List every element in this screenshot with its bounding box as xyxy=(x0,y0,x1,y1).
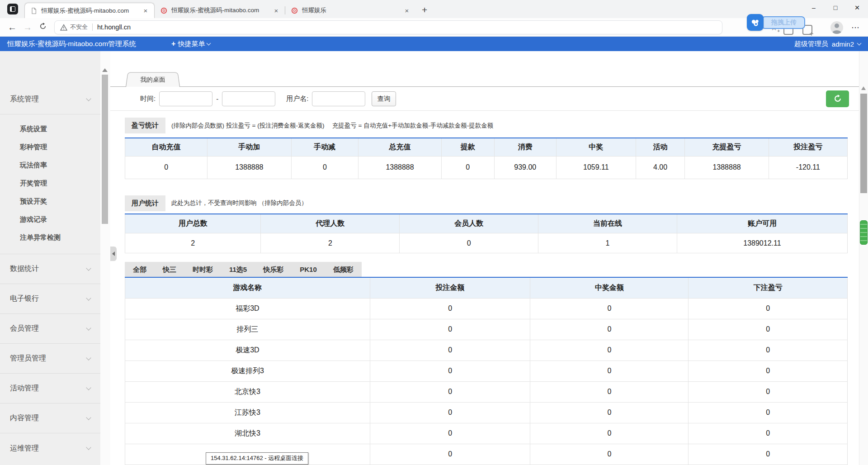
reload-icon[interactable] xyxy=(35,22,51,33)
game-name: 极速排列3 xyxy=(125,361,370,381)
col-header: 中奖金额 xyxy=(530,277,689,298)
profile-avatar[interactable] xyxy=(830,21,843,34)
browser-tab-2[interactable]: 恒耀娱乐-蜜桃源码-mitaobo.com × xyxy=(155,3,285,18)
sidebar-item-odds[interactable]: 玩法倍率 xyxy=(0,156,100,174)
netdisk-upload-overlay[interactable]: 拖拽上传 xyxy=(747,14,805,31)
quick-menu-button[interactable]: + 快捷菜单 xyxy=(171,40,210,48)
chevron-down-icon xyxy=(86,96,91,101)
main-content: 我的桌面 时间: - 用户名: 查询 盈亏统计 (排除内部会员数据) 投注盈亏 … xyxy=(110,51,859,465)
cell-value: 0 xyxy=(530,319,689,340)
profit-badge: 盈亏统计 xyxy=(125,118,165,133)
col-header: 提款 xyxy=(441,138,494,156)
site-title: 恒耀娱乐-蜜桃源码-mitaobo.com管理系统 xyxy=(7,39,136,49)
tab-my-desktop[interactable]: 我的桌面 xyxy=(126,72,180,87)
cell-value: 0 xyxy=(400,233,538,253)
admin-header: 恒耀娱乐-蜜桃源码-mitaobo.com管理系统 + 快捷菜单 超级管理员 a… xyxy=(0,37,868,51)
cell-value: 0 xyxy=(689,298,848,319)
tab-close-icon[interactable]: × xyxy=(142,7,150,14)
maximize-button[interactable]: □ xyxy=(825,0,846,15)
time-to-input[interactable] xyxy=(222,91,275,106)
sidebar-item-draw-mgmt[interactable]: 开奖管理 xyxy=(0,174,100,192)
game-tab-klc[interactable]: 快乐彩 xyxy=(255,262,292,277)
user-section-header: 用户统计 此处为总计，不受查询时间影响 （排除内部会员） xyxy=(125,195,848,211)
cell-value: 0 xyxy=(125,156,208,179)
col-header: 中奖 xyxy=(556,138,636,156)
sidebar: 系统管理 系统设置 彩种管理 玩法倍率 开奖管理 预设开奖 游戏记录 注单异常检… xyxy=(0,51,100,465)
cell-value: 0 xyxy=(530,402,689,423)
game-table: 游戏名称 投注金额 中奖金额 下注盈亏 福彩3D 0 0 0 排列三 0 0 0… xyxy=(125,277,848,465)
sidebar-section-content[interactable]: 内容管理 xyxy=(0,403,100,433)
sidebar-item-bet-anomaly[interactable]: 注单异常检测 xyxy=(0,228,100,247)
sidebar-item-lottery-mgmt[interactable]: 彩种管理 xyxy=(0,138,100,156)
cell-value: 0 xyxy=(530,361,689,381)
browser-tab-3[interactable]: 恒耀娱乐 × xyxy=(285,3,415,18)
game-tab-11x5[interactable]: 11选5 xyxy=(221,262,255,277)
sidebar-collapse-handle[interactable] xyxy=(110,247,117,261)
netdisk-logo-icon[interactable] xyxy=(747,14,764,31)
sidebar-section-system[interactable]: 系统管理 xyxy=(0,85,100,114)
scroll-position-marker[interactable] xyxy=(860,220,868,245)
scroll-up-arrow-icon[interactable] xyxy=(102,68,108,72)
game-name: 福彩3D xyxy=(125,298,370,319)
game-tab-all[interactable]: 全部 xyxy=(125,262,155,277)
refresh-button[interactable] xyxy=(826,90,849,107)
account-menu[interactable]: 超级管理员 admin2 xyxy=(794,40,861,48)
sidebar-section-admins[interactable]: 管理员管理 xyxy=(0,344,100,374)
game-tab-ssc[interactable]: 时时彩 xyxy=(184,262,221,277)
browser-toolbar: ← → 不安全 ht.hongll.cn ☆+ ⋯ xyxy=(0,18,868,37)
address-separator xyxy=(92,24,93,31)
scrollbar-thumb[interactable] xyxy=(102,75,108,224)
chevron-down-icon xyxy=(86,385,91,390)
sidebar-item-system-settings[interactable]: 系统设置 xyxy=(0,120,100,138)
profit-table: 自动充值 手动加 手动减 总充值 提款 消费 中奖 活动 充提盈亏 投注盈亏 0… xyxy=(125,138,848,179)
back-icon[interactable]: ← xyxy=(5,22,20,33)
sidebar-section-activities[interactable]: 活动管理 xyxy=(0,374,100,403)
sidebar-section-members[interactable]: 会员管理 xyxy=(0,314,100,344)
table-row: 极速排列3 0 0 0 xyxy=(125,361,848,381)
browser-tab-1[interactable]: 恒耀娱乐-蜜桃源码-mitaobo.com × xyxy=(24,3,155,18)
browser-menu-icon[interactable]: ⋯ xyxy=(851,23,860,33)
cell-value: 0 xyxy=(291,156,359,179)
col-header: 充提盈亏 xyxy=(685,138,769,156)
drag-upload-button[interactable]: 拖拽上传 xyxy=(761,16,805,29)
time-from-input[interactable] xyxy=(159,91,212,106)
username-input[interactable] xyxy=(312,91,365,106)
browser-tab-strip: 恒耀娱乐-蜜桃源码-mitaobo.com × 恒耀娱乐-蜜桃源码-mitaob… xyxy=(0,0,868,18)
profit-note: (排除内部会员数据) 投注盈亏 = (投注消费金额-返奖金额) 充提盈亏 = 自… xyxy=(171,122,493,130)
col-header: 消费 xyxy=(494,138,556,156)
cell-value: 0 xyxy=(530,444,689,465)
url-text[interactable]: ht.hongll.cn xyxy=(97,24,131,31)
address-bar[interactable]: 不安全 ht.hongll.cn xyxy=(54,20,722,34)
table-row: 湖北快3 0 0 0 xyxy=(125,423,848,444)
col-header: 游戏名称 xyxy=(125,277,370,298)
close-window-button[interactable]: × xyxy=(846,0,868,15)
tab-close-icon[interactable]: × xyxy=(272,7,280,14)
cell-value: 4.00 xyxy=(636,156,685,179)
cell-value: 0 xyxy=(370,444,530,465)
game-tab-pk10[interactable]: PK10 xyxy=(292,262,325,277)
cell-value: 0 xyxy=(370,298,530,319)
game-name: 排列三 xyxy=(125,319,370,340)
minimize-button[interactable]: – xyxy=(803,0,825,15)
sidebar-item-preset-draw[interactable]: 预设开奖 xyxy=(0,192,100,210)
sidebar-section-ebank[interactable]: 电子银行 xyxy=(0,284,100,314)
game-tab-lowfreq[interactable]: 低频彩 xyxy=(325,262,362,277)
sidebar-item-game-records[interactable]: 游戏记录 xyxy=(0,210,100,228)
user-table: 用户总数 代理人数 会员人数 当前在线 账户可用 2 2 0 1 1389012… xyxy=(125,214,848,254)
forward-icon: → xyxy=(20,22,35,33)
chevron-down-icon xyxy=(86,325,91,330)
username-label: 用户名: xyxy=(286,95,308,103)
new-tab-button[interactable]: + xyxy=(422,5,427,14)
scrollbar-thumb[interactable] xyxy=(860,94,867,193)
workspaces-icon[interactable] xyxy=(7,4,18,14)
table-row: 江苏快3 0 0 0 xyxy=(125,402,848,423)
game-tab-k3[interactable]: 快三 xyxy=(155,262,184,277)
sidebar-section-statistics[interactable]: 数据统计 xyxy=(0,254,100,284)
security-label[interactable]: 不安全 xyxy=(70,23,88,31)
game-category-tabs: 全部 快三 时时彩 11选5 快乐彩 PK10 低频彩 xyxy=(125,262,362,277)
tab-close-icon[interactable]: × xyxy=(403,7,411,14)
cell-value: 0 xyxy=(370,423,530,444)
sidebar-section-ops[interactable]: 运维管理 xyxy=(0,433,100,463)
scroll-up-arrow-icon[interactable] xyxy=(861,86,866,90)
query-button[interactable]: 查询 xyxy=(372,91,396,106)
